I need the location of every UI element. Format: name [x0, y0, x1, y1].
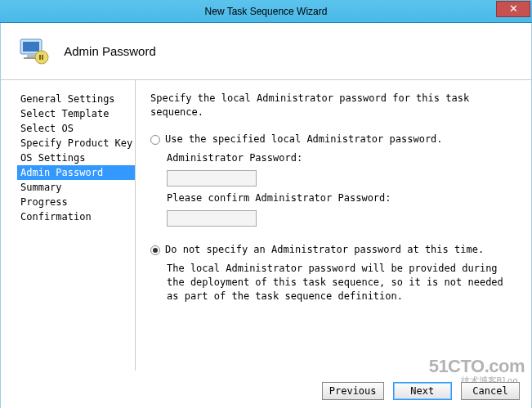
- option-no-password-label: Do not specify an Administrator password…: [165, 244, 484, 255]
- sidebar: General Settings Select Template Select …: [1, 80, 136, 371]
- option-use-password[interactable]: Use the specified local Administrator pa…: [150, 133, 516, 146]
- button-bar: Previous Next Cancel: [319, 382, 520, 400]
- cancel-button[interactable]: Cancel: [461, 382, 520, 400]
- sidebar-item-summary[interactable]: Summary: [17, 180, 135, 195]
- sidebar-item-progress[interactable]: Progress: [17, 195, 135, 209]
- sidebar-item-specify-product-key[interactable]: Specify Product Key: [17, 136, 135, 151]
- radio-use-password[interactable]: [150, 135, 160, 145]
- monitor-icon: [17, 34, 50, 67]
- window-title: New Task Sequence Wizard: [205, 6, 328, 17]
- admin-password-input: [167, 170, 257, 187]
- confirm-password-label: Please confirm Administrator Password:: [167, 191, 516, 205]
- page-title: Admin Password: [64, 44, 156, 58]
- sidebar-item-select-os[interactable]: Select OS: [17, 121, 135, 136]
- titlebar: New Task Sequence Wizard ✕: [0, 0, 532, 23]
- previous-button[interactable]: Previous: [322, 382, 384, 400]
- next-button[interactable]: Next: [393, 382, 452, 400]
- svg-rect-1: [23, 42, 39, 52]
- sidebar-item-confirmation[interactable]: Confirmation: [17, 209, 135, 224]
- svg-rect-2: [27, 55, 35, 57]
- sidebar-item-select-template[interactable]: Select Template: [17, 106, 135, 121]
- svg-rect-6: [42, 55, 43, 60]
- content-area: General Settings Select Template Select …: [1, 80, 531, 371]
- confirm-password-input: [167, 210, 257, 227]
- window-body: Admin Password General Settings Select T…: [0, 23, 532, 408]
- instruction-text: Specify the local Administrator password…: [150, 92, 516, 119]
- option-no-password[interactable]: Do not specify an Administrator password…: [150, 243, 516, 257]
- sidebar-item-os-settings[interactable]: OS Settings: [17, 151, 135, 165]
- admin-password-label: Administrator Password:: [167, 151, 516, 165]
- sidebar-item-admin-password[interactable]: Admin Password: [17, 165, 135, 180]
- svg-rect-5: [39, 55, 41, 60]
- option-no-password-description: The local Administrator password will be…: [167, 262, 516, 303]
- wizard-header: Admin Password: [1, 23, 531, 80]
- radio-no-password[interactable]: [150, 245, 160, 255]
- option-use-password-label: Use the specified local Administrator pa…: [165, 133, 443, 145]
- sidebar-item-general-settings[interactable]: General Settings: [17, 92, 135, 106]
- main-panel: Specify the local Administrator password…: [136, 80, 531, 371]
- close-button[interactable]: ✕: [496, 1, 530, 17]
